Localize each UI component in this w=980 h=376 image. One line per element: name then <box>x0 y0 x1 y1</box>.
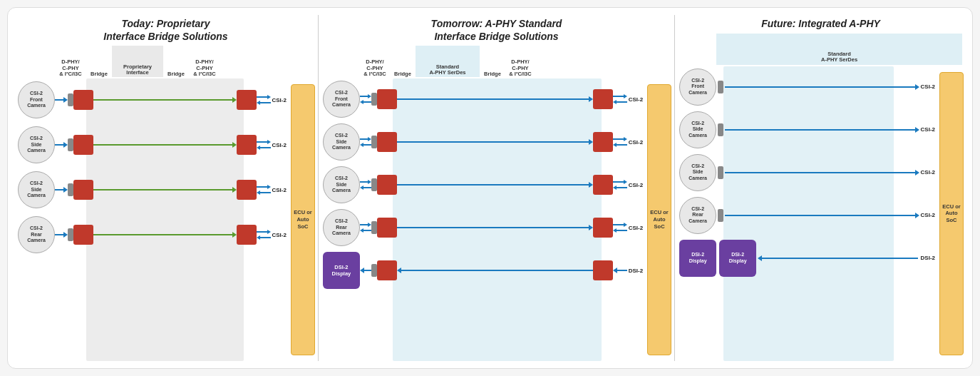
dsi2-output-f: DSI-2 <box>919 255 937 261</box>
bridge-box-t3a <box>377 175 397 195</box>
csi2-output-t2: CSI-2 <box>627 139 644 146</box>
cam-rear-t: CSI-2RearCamera <box>323 209 360 246</box>
section-today-title: Today: Proprietary Interface Bridge Solu… <box>18 15 314 43</box>
table-row: CSI-2SideCamera <box>18 123 288 166</box>
section-future: Future: Integrated A-PHY StandardA-PHY S… <box>675 15 966 361</box>
cam-side2-f: CSI-2SideCamera <box>679 154 716 191</box>
cam-side2-t: CSI-2SideCamera <box>323 166 360 203</box>
table-row: CSI-2SideCamera <box>18 168 288 211</box>
dsi2-display1-f: DSI-2Display <box>679 240 716 277</box>
col-headers-tomorrow: D-PHY/C-PHY& I²C/I3C Bridge StandardA-PH… <box>323 46 670 77</box>
csi2-output-f3: CSI-2 <box>919 169 937 176</box>
csi2-output-f2: CSI-2 <box>919 126 937 133</box>
cam-front: CSI-2FrontCamera <box>18 81 55 118</box>
table-row: DSI-2Display DSI-2Display DSI-2 <box>679 238 937 279</box>
ecu-box-2: ECU orAutoSoC <box>647 84 671 355</box>
section-future-title: Future: Integrated A-PHY <box>679 15 962 31</box>
cam-rear: CSI-2RearCamera <box>18 216 55 253</box>
table-row: CSI-2FrontCamera CSI-2 <box>679 66 937 108</box>
dsi2-output-t: DSI-2 <box>627 268 644 274</box>
dsi2-display-t: DSI-2Display <box>323 252 360 289</box>
csi2-output-4: CSI-2 <box>271 232 288 238</box>
cam-front-f: CSI-2FrontCamera <box>679 68 716 106</box>
cam-side1: CSI-2SideCamera <box>18 126 55 163</box>
ecu-section3: ECU orAutoSoC <box>937 66 962 362</box>
ecu-box-3: ECU orAutoSoC <box>939 72 964 356</box>
table-row: CSI-2RearCamera <box>18 213 288 256</box>
bridge-box-1b <box>237 90 257 110</box>
table-row: CSI-2SideCamera <box>323 164 644 205</box>
bridge-box-2b <box>237 135 257 155</box>
cam-rear-f: CSI-2RearCamera <box>679 197 716 234</box>
bridge-box-t4b <box>593 218 613 238</box>
bridge-box-t3b <box>593 175 613 195</box>
bridge-box-3b <box>237 180 257 200</box>
csi2-output-2: CSI-2 <box>271 142 288 148</box>
csi2-output-t4: CSI-2 <box>627 225 644 231</box>
csi2-output-f1: CSI-2 <box>919 83 937 90</box>
bridge-box-t1a <box>377 89 397 109</box>
table-row: CSI-2RearCamera <box>323 207 644 248</box>
bridge-box-4b <box>237 225 257 245</box>
csi2-output-3: CSI-2 <box>271 187 288 193</box>
table-row: DSI-2Display <box>323 250 644 291</box>
bridge-box-1a <box>73 90 93 110</box>
cam-front-t: CSI-2FrontCamera <box>323 81 360 118</box>
ecu-box-1: ECU orAutoSoC <box>291 84 315 355</box>
cam-side1-f: CSI-2SideCamera <box>679 111 716 148</box>
bridge-box-t5b <box>593 260 613 280</box>
section-tomorrow-title: Tomorrow: A-PHY StandardInterface Bridge… <box>323 15 670 43</box>
bridge-box-t2a <box>377 132 397 152</box>
bridge-box-3a <box>73 180 93 200</box>
ecu-section1: ECU orAutoSoC <box>288 78 314 361</box>
col-headers-future: StandardA-PHY SerDes <box>679 34 962 65</box>
section-today: Today: Proprietary Interface Bridge Solu… <box>14 15 319 361</box>
col-headers-today: D-PHY/C-PHY& I²C/I3C Bridge ProprietaryI… <box>18 46 314 77</box>
ecu-section2: ECU orAutoSoC <box>644 78 670 361</box>
csi2-output-t3: CSI-2 <box>627 182 644 188</box>
csi2-output-1: CSI-2 <box>271 97 288 103</box>
table-row: CSI-2RearCamera CSI-2 <box>679 195 937 236</box>
main-container: Today: Proprietary Interface Bridge Solu… <box>7 7 973 369</box>
table-row: CSI-2SideCamera <box>323 121 644 163</box>
csi2-output-f4: CSI-2 <box>919 212 937 218</box>
bridge-box-t5a <box>377 260 397 280</box>
table-row: CSI-2SideCamera CSI-2 <box>679 109 937 151</box>
csi2-output-t1: CSI-2 <box>627 96 644 103</box>
bridge-box-t1b <box>593 89 613 109</box>
table-row: CSI-2FrontCamera <box>18 78 288 121</box>
table-row: CSI-2SideCamera CSI-2 <box>679 152 937 193</box>
bridge-box-t2b <box>593 132 613 152</box>
bridge-box-2a <box>73 135 93 155</box>
cam-side1-t: CSI-2SideCamera <box>323 123 360 161</box>
bridge-box-4a <box>73 225 93 245</box>
cam-side2: CSI-2SideCamera <box>18 171 55 208</box>
dsi2-display2-f: DSI-2Display <box>719 240 756 277</box>
table-row: CSI-2FrontCamera <box>323 78 644 120</box>
bridge-box-t4a <box>377 218 397 238</box>
section-tomorrow: Tomorrow: A-PHY StandardInterface Bridge… <box>319 15 675 361</box>
